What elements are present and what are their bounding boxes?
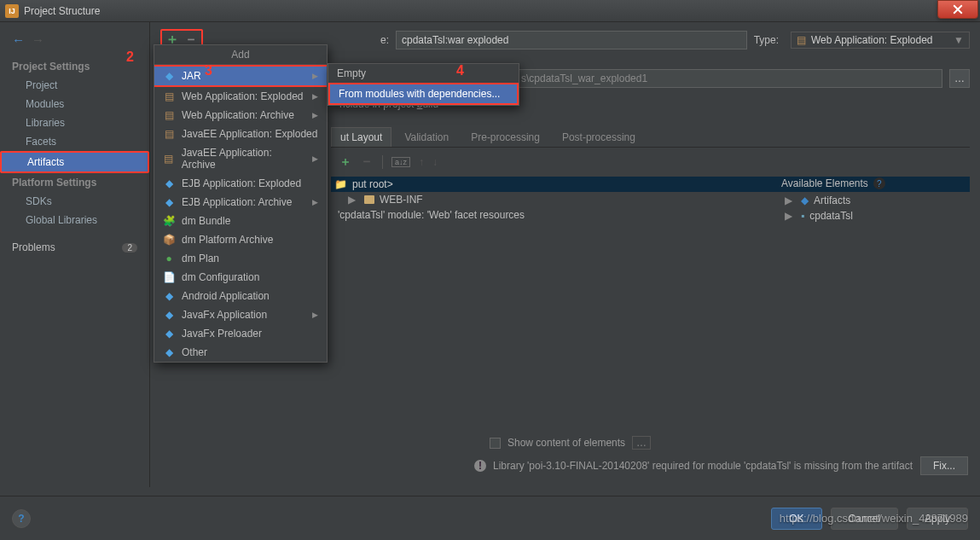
- jar-submenu: Empty From modules with dependencies...: [328, 63, 519, 106]
- available-elements: Available Elements ? ▶ ◆ Artifacts ▶ ▪ c…: [781, 174, 980, 224]
- bundle-icon: 🧩: [163, 215, 175, 227]
- menu-item-dm-config[interactable]: 📄dm Configuration: [154, 268, 327, 287]
- sidebar-item-libraries[interactable]: Libraries: [0, 113, 149, 132]
- folder-icon: 📁: [334, 178, 347, 190]
- submenu-arrow-icon: ▶: [312, 92, 318, 101]
- output-path-input[interactable]: [515, 69, 942, 88]
- menu-item-dm-bundle[interactable]: 🧩dm Bundle: [154, 212, 327, 230]
- other-icon: ◆: [163, 346, 175, 358]
- back-icon[interactable]: ←: [12, 32, 25, 47]
- menu-item-javafx-preloader[interactable]: ◆JavaFx Preloader: [154, 324, 327, 343]
- show-content-more[interactable]: …: [632, 436, 651, 450]
- folder-icon: [364, 195, 374, 204]
- module-icon: ▪: [801, 210, 804, 222]
- config-icon: 📄: [163, 271, 175, 283]
- artifact-icon: ◆: [801, 195, 809, 206]
- tab-output-layout[interactable]: ut Layout: [331, 127, 391, 147]
- name-label: e:: [380, 34, 389, 46]
- sidebar-item-facets[interactable]: Facets: [0, 132, 149, 151]
- menu-item-jar[interactable]: ◆JAR▶: [154, 65, 327, 87]
- browse-button[interactable]: …: [949, 69, 970, 88]
- chevron-down-icon: ▼: [954, 34, 964, 46]
- sidebar-item-problems[interactable]: Problems 2: [0, 238, 149, 257]
- type-value: Web Application: Exploded: [811, 34, 933, 46]
- close-button[interactable]: [937, 0, 978, 19]
- add-menu-title: Add: [154, 45, 327, 65]
- titlebar: IJ Project Structure: [0, 0, 980, 22]
- type-select[interactable]: ▤ Web Application: Exploded ▼: [791, 32, 970, 49]
- expand-icon[interactable]: ▶: [785, 195, 792, 206]
- tabs: ut Layout Validation Pre-processing Post…: [331, 127, 970, 148]
- menu-item-other[interactable]: ◆Other: [154, 343, 327, 362]
- move-down-icon[interactable]: ↓: [432, 156, 438, 168]
- menu-item-javafx[interactable]: ◆JavaFx Application▶: [154, 305, 327, 324]
- warning-text: Library 'poi-3.10-FINAL-20140208' requir…: [493, 460, 913, 472]
- jar-icon: ◆: [163, 70, 175, 82]
- type-label: Type:: [754, 34, 779, 46]
- sidebar-item-project[interactable]: Project: [0, 76, 149, 95]
- menu-item-ejb-exploded[interactable]: ◆EJB Application: Exploded: [154, 174, 327, 193]
- submenu-arrow-icon: ▶: [312, 111, 318, 119]
- web-icon: ▤: [163, 109, 175, 121]
- menu-item-web-exploded[interactable]: ▤Web Application: Exploded▶: [154, 87, 327, 106]
- section-platform-settings: Platform Settings: [0, 173, 149, 192]
- sidebar: ← → 2 Project Settings Project Modules L…: [0, 22, 149, 487]
- submenu-from-modules[interactable]: From modules with dependencies...: [328, 83, 519, 105]
- layout-add-icon[interactable]: ＋: [339, 154, 351, 170]
- available-artifacts[interactable]: ▶ ◆ Artifacts: [781, 193, 980, 208]
- watermark: https://blog.csdn.net/weixin_42871989: [780, 512, 968, 525]
- warning-icon: !: [474, 460, 486, 472]
- menu-item-android[interactable]: ◆Android Application: [154, 287, 327, 305]
- tab-pre-processing[interactable]: Pre-processing: [461, 127, 549, 147]
- platform-icon: 📦: [163, 234, 175, 246]
- javafx-icon: ◆: [163, 328, 175, 340]
- plan-icon: ●: [163, 253, 175, 264]
- help-icon[interactable]: ?: [873, 177, 885, 189]
- submenu-empty[interactable]: Empty: [328, 64, 519, 83]
- submenu-arrow-icon: ▶: [312, 311, 318, 319]
- menu-item-javaee-exploded[interactable]: ▤JavaEE Application: Exploded: [154, 125, 327, 143]
- submenu-arrow-icon: ▶: [312, 198, 318, 206]
- show-content-checkbox[interactable]: [490, 438, 501, 449]
- menu-item-ejb-archive[interactable]: ◆EJB Application: Archive▶: [154, 193, 327, 212]
- submenu-arrow-icon: ▶: [312, 154, 318, 163]
- menu-item-web-archive[interactable]: ▤Web Application: Archive▶: [154, 106, 327, 125]
- expand-icon[interactable]: ▶: [785, 210, 792, 222]
- annotation-3: 3: [205, 63, 212, 78]
- menu-item-dm-platform[interactable]: 📦dm Platform Archive: [154, 230, 327, 249]
- move-up-icon[interactable]: ↑: [419, 156, 424, 168]
- window-title: Project Structure: [24, 5, 100, 17]
- ejb-icon: ◆: [163, 196, 175, 208]
- android-icon: ◆: [163, 290, 175, 302]
- forward-icon[interactable]: →: [32, 32, 44, 47]
- artifact-name-input[interactable]: [396, 31, 747, 49]
- app-icon: IJ: [5, 4, 19, 18]
- sidebar-item-sdks[interactable]: SDKs: [0, 192, 149, 211]
- layout-toolbar: ＋ － a↓z ↑ ↓: [339, 148, 970, 176]
- fix-button[interactable]: Fix...: [920, 456, 968, 475]
- available-module[interactable]: ▶ ▪ cpdataTsl: [781, 208, 980, 224]
- type-icon: ▤: [797, 34, 806, 46]
- sidebar-item-artifacts[interactable]: Artifacts: [0, 151, 149, 173]
- problems-count: 2: [122, 243, 137, 253]
- submenu-arrow-icon: ▶: [312, 72, 318, 80]
- javaee-icon: ▤: [163, 128, 175, 140]
- web-icon: ▤: [163, 90, 175, 102]
- warning-row: ! Library 'poi-3.10-FINAL-20140208' requ…: [474, 456, 968, 475]
- menu-item-javaee-archive[interactable]: ▤JavaEE Application: Archive▶: [154, 143, 327, 174]
- javafx-icon: ◆: [163, 309, 175, 321]
- layout-remove-icon[interactable]: －: [360, 153, 374, 171]
- sidebar-item-global-libraries[interactable]: Global Libraries: [0, 211, 149, 229]
- javaee-icon: ▤: [163, 153, 175, 165]
- annotation-4: 4: [456, 63, 464, 78]
- expand-icon[interactable]: ▶: [348, 194, 356, 206]
- sidebar-item-modules[interactable]: Modules: [0, 95, 149, 113]
- sort-icon[interactable]: a↓z: [391, 157, 410, 167]
- ejb-icon: ◆: [163, 177, 175, 189]
- tab-validation[interactable]: Validation: [395, 127, 458, 147]
- help-button[interactable]: ?: [12, 509, 31, 528]
- add-menu: Add ◆JAR▶ ▤Web Application: Exploded▶ ▤W…: [154, 44, 328, 363]
- tab-post-processing[interactable]: Post-processing: [553, 127, 645, 147]
- available-elements-header: Available Elements ?: [781, 174, 980, 193]
- menu-item-dm-plan[interactable]: ●dm Plan: [154, 249, 327, 268]
